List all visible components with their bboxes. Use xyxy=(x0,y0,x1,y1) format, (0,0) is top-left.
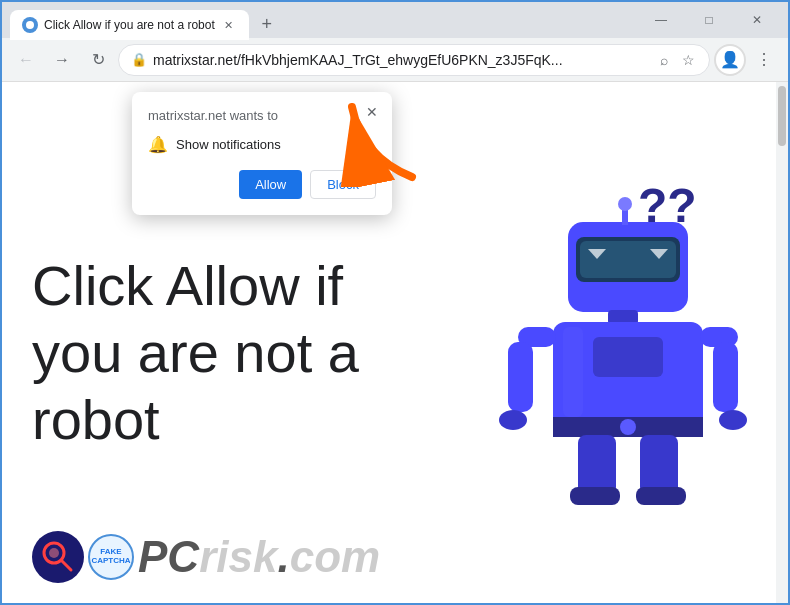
tab-title: Click Allow if you are not a robot xyxy=(44,18,215,32)
new-tab-button[interactable]: + xyxy=(253,10,281,38)
address-text: matrixstar.net/fHkVbhjemKAAJ_TrGt_ehwygE… xyxy=(153,52,649,68)
fc-captcha-badge: FAKECAPTCHA xyxy=(88,534,134,580)
title-bar: Click Allow if you are not a robot ✕ + —… xyxy=(2,2,788,38)
tab-favicon xyxy=(22,17,38,33)
reload-button[interactable]: ↻ xyxy=(82,44,114,76)
main-heading: Click Allow ifyou are not arobot xyxy=(32,252,359,454)
popup-notification-text: Show notifications xyxy=(176,137,281,152)
reload-icon: ↻ xyxy=(92,50,105,69)
menu-button[interactable]: ⋮ xyxy=(748,44,780,76)
robot-illustration: ?? xyxy=(488,162,768,542)
forward-icon: → xyxy=(54,51,70,69)
menu-icon: ⋮ xyxy=(756,50,772,69)
toolbar: ← → ↻ 🔒 matrixstar.net/fHkVbhjemKAAJ_TrG… xyxy=(2,38,788,82)
robot-svg: ?? xyxy=(488,162,758,532)
svg-point-8 xyxy=(618,197,632,211)
bell-icon: 🔔 xyxy=(148,135,168,154)
back-button[interactable]: ← xyxy=(10,44,42,76)
profile-icon: 👤 xyxy=(720,50,740,69)
minimize-button[interactable]: — xyxy=(638,2,684,38)
svg-rect-18 xyxy=(713,342,738,412)
svg-rect-23 xyxy=(636,487,686,505)
svg-rect-21 xyxy=(640,435,678,495)
pc-text: PC xyxy=(138,532,199,581)
back-icon: ← xyxy=(18,51,34,69)
svg-rect-4 xyxy=(580,241,676,278)
scrollbar[interactable] xyxy=(776,82,788,603)
bookmark-icon[interactable]: ☆ xyxy=(679,51,697,69)
page-content: ✕ matrixstar.net wants to 🔔 Show notific… xyxy=(2,82,788,603)
svg-point-13 xyxy=(620,419,636,435)
svg-point-16 xyxy=(499,410,527,430)
address-bar[interactable]: 🔒 matrixstar.net/fHkVbhjemKAAJ_TrGt_ehwy… xyxy=(118,44,710,76)
forward-button[interactable]: → xyxy=(46,44,78,76)
address-icons: ⌕ ☆ xyxy=(655,51,697,69)
svg-line-26 xyxy=(61,560,71,570)
orange-arrow-icon xyxy=(332,87,452,187)
fc-badge-text: FAKECAPTCHA xyxy=(91,548,130,566)
svg-rect-11 xyxy=(593,337,663,377)
com-text: com xyxy=(290,532,380,581)
scrollbar-thumb[interactable] xyxy=(778,86,786,146)
pcrisk-logo: FAKECAPTCHA PCrisk.com xyxy=(32,531,380,583)
svg-rect-20 xyxy=(578,435,616,495)
lock-icon: 🔒 xyxy=(131,52,147,67)
profile-button[interactable]: 👤 xyxy=(714,44,746,76)
allow-button[interactable]: Allow xyxy=(239,170,302,199)
svg-rect-15 xyxy=(508,342,533,412)
tab-area: Click Allow if you are not a robot ✕ + xyxy=(10,2,626,38)
close-button[interactable]: ✕ xyxy=(734,2,780,38)
browser-window: Click Allow if you are not a robot ✕ + —… xyxy=(0,0,790,605)
dot-text: . xyxy=(277,532,289,581)
toolbar-icons: 👤 ⋮ xyxy=(714,44,780,76)
tab-close-button[interactable]: ✕ xyxy=(221,17,237,33)
main-text-content: Click Allow ifyou are not arobot xyxy=(32,254,359,451)
active-tab[interactable]: Click Allow if you are not a robot ✕ xyxy=(10,10,249,40)
svg-point-19 xyxy=(719,410,747,430)
svg-point-27 xyxy=(49,548,59,558)
svg-rect-24 xyxy=(563,327,583,417)
svg-rect-22 xyxy=(570,487,620,505)
maximize-button[interactable]: □ xyxy=(686,2,732,38)
pcrisk-text: PCrisk.com xyxy=(138,535,380,579)
risk-text: risk xyxy=(199,532,277,581)
pcrisk-search-icon xyxy=(32,531,84,583)
window-controls: — □ ✕ xyxy=(638,2,780,38)
search-icon[interactable]: ⌕ xyxy=(655,51,673,69)
